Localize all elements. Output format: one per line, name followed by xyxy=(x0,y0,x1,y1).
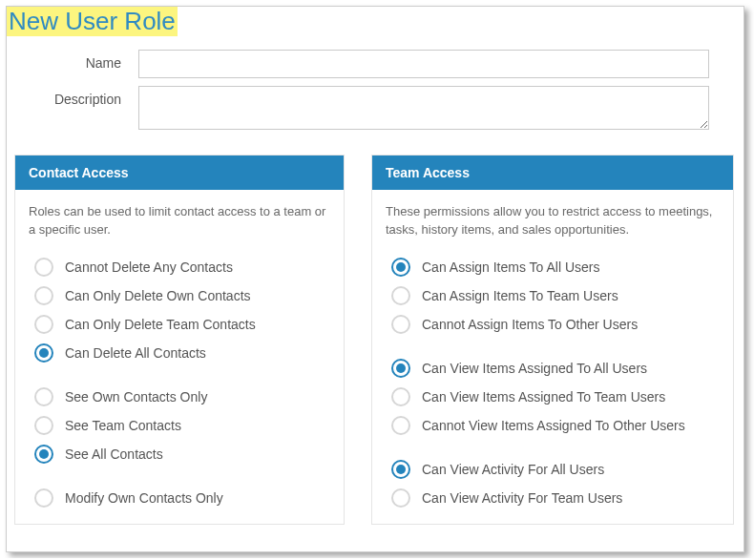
radio-icon xyxy=(34,445,53,464)
panels-container: Contact Access Roles can be used to limi… xyxy=(7,155,744,525)
team-access-desc: These permissions allow you to restrict … xyxy=(372,190,733,249)
radio-icon xyxy=(391,488,410,508)
radio-icon xyxy=(34,315,53,334)
radio-option[interactable]: Modify Own Contacts Only xyxy=(29,484,330,512)
radio-label: Can Assign Items To All Users xyxy=(422,259,599,275)
new-user-role-form: New User Role Name Description Contact A… xyxy=(6,6,744,552)
radio-label: Cannot View Items Assigned To Other User… xyxy=(422,418,685,433)
description-input[interactable] xyxy=(138,86,709,130)
radio-label: See Team Contacts xyxy=(65,418,181,433)
radio-label: See All Contacts xyxy=(65,446,163,462)
radio-label: Can Delete All Contacts xyxy=(65,345,206,361)
radio-option[interactable]: See Team Contacts xyxy=(29,411,330,440)
radio-icon xyxy=(391,460,410,479)
radio-label: Can View Items Assigned To Team Users xyxy=(422,389,665,404)
radio-icon xyxy=(391,387,410,406)
radio-option[interactable]: See Own Contacts Only xyxy=(29,383,330,411)
contact-access-groups: Cannot Delete Any ContactsCan Only Delet… xyxy=(15,249,344,524)
radio-option[interactable]: Cannot Assign Items To Other Users xyxy=(386,310,720,339)
radio-label: Can Assign Items To Team Users xyxy=(422,288,618,303)
radio-label: Can View Activity For All Users xyxy=(422,462,604,477)
radio-icon xyxy=(391,416,410,435)
radio-icon xyxy=(391,286,410,305)
radio-option[interactable]: Can Assign Items To All Users xyxy=(386,253,720,281)
radio-group: Can Assign Items To All UsersCan Assign … xyxy=(372,249,733,350)
radio-group: See Own Contacts OnlySee Team ContactsSe… xyxy=(15,379,344,480)
contact-access-panel: Contact Access Roles can be used to limi… xyxy=(14,155,345,525)
radio-label: See Own Contacts Only xyxy=(65,389,207,404)
radio-label: Can Only Delete Own Contacts xyxy=(65,288,251,303)
radio-option[interactable]: Cannot Delete Any Contacts xyxy=(29,253,330,281)
radio-label: Cannot Assign Items To Other Users xyxy=(422,317,638,332)
radio-group: Can View Activity For All UsersCan View … xyxy=(372,451,733,524)
radio-option[interactable]: Can View Activity For All Users xyxy=(386,455,720,484)
radio-option[interactable]: Can View Items Assigned To Team Users xyxy=(386,383,720,411)
radio-icon xyxy=(34,258,53,277)
contact-access-desc: Roles can be used to limit contact acces… xyxy=(15,190,344,249)
radio-label: Modify Own Contacts Only xyxy=(65,490,223,506)
radio-option[interactable]: Can View Activity For Team Users xyxy=(386,484,720,512)
radio-option[interactable]: Can Only Delete Own Contacts xyxy=(29,281,330,310)
radio-option[interactable]: See All Contacts xyxy=(29,440,330,468)
radio-icon xyxy=(34,387,53,406)
team-access-header: Team Access xyxy=(372,156,733,190)
team-access-panel: Team Access These permissions allow you … xyxy=(371,155,734,525)
radio-icon xyxy=(391,258,410,277)
page-title: New User Role xyxy=(7,7,178,36)
name-row: Name xyxy=(14,50,736,78)
form-area: Name Description xyxy=(7,50,744,155)
radio-label: Can View Items Assigned To All Users xyxy=(422,361,647,376)
radio-option[interactable]: Can View Items Assigned To All Users xyxy=(386,354,720,383)
radio-icon xyxy=(391,359,410,378)
radio-label: Cannot Delete Any Contacts xyxy=(65,259,233,275)
radio-group: Modify Own Contacts Only xyxy=(15,480,344,524)
radio-label: Can Only Delete Team Contacts xyxy=(65,317,256,332)
radio-option[interactable]: Can Only Delete Team Contacts xyxy=(29,310,330,339)
radio-option[interactable]: Can Delete All Contacts xyxy=(29,339,330,367)
radio-icon xyxy=(34,343,53,363)
name-input[interactable] xyxy=(138,50,709,78)
description-row: Description xyxy=(14,86,736,130)
radio-icon xyxy=(34,286,53,305)
radio-option[interactable]: Cannot View Items Assigned To Other User… xyxy=(386,411,720,440)
radio-icon xyxy=(34,416,53,435)
radio-group: Cannot Delete Any ContactsCan Only Delet… xyxy=(15,249,344,379)
contact-access-header: Contact Access xyxy=(15,156,344,190)
radio-option[interactable]: Can Assign Items To Team Users xyxy=(386,281,720,310)
radio-icon xyxy=(34,488,53,508)
team-access-groups: Can Assign Items To All UsersCan Assign … xyxy=(372,249,733,524)
radio-label: Can View Activity For Team Users xyxy=(422,490,622,506)
description-label: Description xyxy=(14,86,138,107)
radio-group: Can View Items Assigned To All UsersCan … xyxy=(372,350,733,451)
radio-icon xyxy=(391,315,410,334)
name-label: Name xyxy=(14,50,138,71)
